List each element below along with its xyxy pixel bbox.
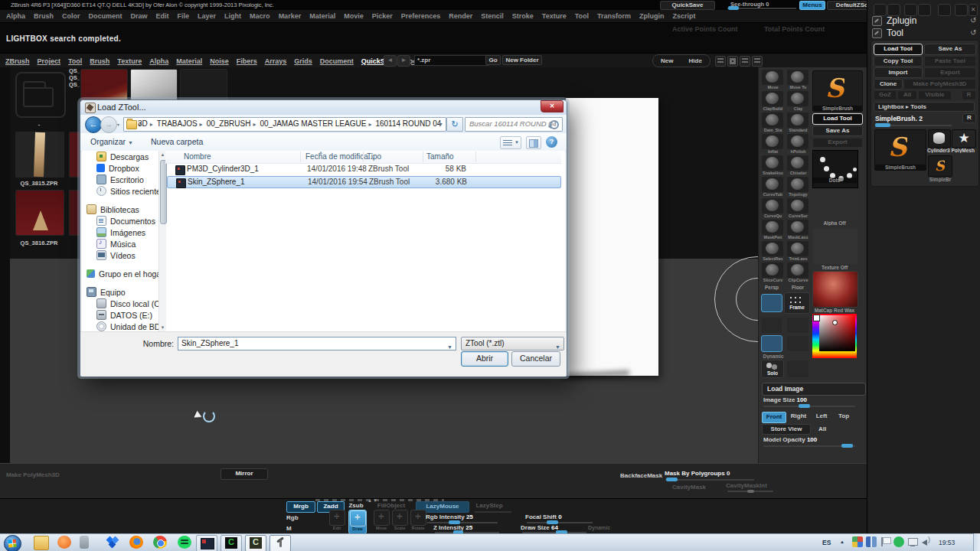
lightbox-tab[interactable]: ZBrush [5, 57, 30, 65]
mode-button[interactable]: ✛ Move [373, 510, 390, 533]
brush-slot[interactable]: Move [760, 69, 786, 90]
menu-item[interactable]: Layer [198, 12, 216, 20]
tool-thumbnail-small[interactable]: S [928, 155, 952, 177]
lightbox-thumbnail-clipped[interactable] [69, 132, 80, 178]
column-date[interactable]: Fecha de modifica... [305, 152, 374, 161]
lazy-step-slider[interactable]: LazyStep [472, 501, 506, 511]
mask-by-polygroups-handle[interactable] [666, 478, 678, 481]
menu-item[interactable]: Zscript [673, 12, 696, 20]
transp-toggle[interactable] [761, 294, 782, 312]
tool-refresh-icon[interactable]: ↺ [970, 28, 976, 37]
filetype-select[interactable]: ZTool (*.ztl) ▼ [461, 337, 564, 350]
frame-button[interactable]: Frame [784, 292, 810, 314]
goz-button[interactable]: GoZ [874, 90, 897, 100]
filename-input[interactable]: Skin_ZSphere_1 ▼ [178, 337, 456, 350]
brush-slot[interactable]: ClayBuild [760, 90, 786, 112]
thumb-list-icon[interactable] [740, 56, 750, 67]
device-icon[interactable] [80, 536, 89, 549]
address-dropdown-icon[interactable]: ▼ [438, 122, 443, 127]
cylinder3d-thumbnail[interactable] [928, 129, 951, 148]
spotify-icon[interactable] [178, 536, 191, 549]
media-player-icon[interactable] [57, 536, 71, 549]
breadcrumb-segment[interactable]: 00_JAMAG MASTER LEAGUE [260, 119, 374, 128]
preview-pane-button[interactable] [526, 136, 541, 149]
brush-slot[interactable]: Inflat [760, 133, 786, 155]
menu-item[interactable]: Texture [542, 12, 567, 20]
menu-item[interactable]: Macro [250, 12, 270, 20]
history-caret-icon[interactable]: ▾ [117, 122, 119, 127]
back-button[interactable]: ← [85, 116, 102, 133]
sidebar-item[interactable]: Imágenes [83, 227, 158, 238]
shelf-export-button[interactable]: Export [812, 138, 863, 148]
brush-slot[interactable]: Standard [786, 112, 811, 133]
menu-item[interactable]: Brush [34, 12, 54, 20]
chrome-icon[interactable] [153, 536, 167, 549]
sidebar-item[interactable]: Dropbox [83, 162, 158, 174]
menu-item[interactable]: Marker [279, 12, 302, 20]
rgb-toggle[interactable]: Rgb [286, 514, 299, 521]
menu-item[interactable]: Document [89, 12, 122, 20]
menu-item[interactable]: Stencil [481, 12, 504, 20]
sidebar-item[interactable]: Escritorio [83, 174, 158, 185]
filename-dropdown-icon[interactable]: ▼ [447, 341, 452, 354]
tool-palette-header[interactable]: Tool [872, 28, 903, 38]
menu-item[interactable]: Tool [575, 12, 589, 20]
mode-button[interactable]: ✛ Rotate [410, 510, 426, 533]
pinned-app-icon[interactable] [196, 535, 217, 551]
breadcrumb-segment[interactable]: 00_ZBRUSH [207, 119, 259, 128]
lightbox-tab[interactable]: Fibers [237, 57, 257, 65]
save-as-button[interactable]: Save As [924, 44, 976, 55]
cancel-button[interactable]: Cancelar [511, 351, 560, 367]
tray-icon-6[interactable] [955, 4, 968, 16]
hide-button[interactable]: Hide [689, 57, 702, 64]
lightbox-back-icon[interactable]: ◄ [384, 55, 397, 67]
sidebar-item[interactable]: Grupo en el hogar [83, 268, 158, 279]
dialog-close-button[interactable]: ✕ [541, 100, 564, 112]
new-folder-command[interactable]: Nueva carpeta [151, 137, 203, 146]
sidebar-item[interactable]: Vídeos [83, 249, 158, 261]
menu-item[interactable]: Material [309, 12, 335, 20]
network-icon[interactable] [907, 536, 918, 547]
zbrush-taskbar-icon[interactable] [270, 535, 291, 551]
lightbox-filter-input[interactable]: *.zpr [414, 55, 489, 66]
views-button[interactable]: ▼ [500, 136, 521, 149]
sidebar-item[interactable]: Sitios recientes [83, 185, 158, 197]
paste-tool-button[interactable]: Paste Tool [924, 56, 976, 67]
clone-button[interactable]: Clone [874, 79, 903, 90]
view-button[interactable]: Front [762, 412, 786, 423]
goz-r-button[interactable]: R [962, 90, 976, 100]
lightbox-thumbnail-clipped[interactable] [69, 190, 80, 236]
quicksave-button[interactable]: QuickSave [660, 1, 715, 10]
sidebar-item[interactable]: DATOS (E:) [83, 309, 158, 321]
sidebar-item[interactable]: Música [83, 238, 158, 249]
file-row[interactable]: PM3D_Cylinder3D_1 14/01/2016 19:48 ZBrus… [167, 164, 560, 175]
menu-item[interactable]: Movie [344, 12, 364, 20]
material-thumbnail[interactable] [812, 271, 858, 308]
current-tool-thumbnail[interactable]: S SimpleBrush [812, 70, 863, 112]
zplugin-refresh-icon[interactable]: ↺ [970, 16, 976, 24]
shelf-load-tool-button[interactable]: Load Tool [812, 113, 863, 125]
lightbox-tab[interactable]: Noise [210, 57, 229, 65]
lightbox-up-folder[interactable] [15, 72, 66, 118]
new-folder-button[interactable]: New Folder [502, 55, 542, 65]
open-button[interactable]: Abrir [461, 351, 508, 367]
persp-button[interactable]: Persp [760, 285, 783, 290]
model-opacity-handle[interactable] [841, 444, 853, 448]
shelf-toggle[interactable] [786, 317, 809, 334]
lightbox-tab[interactable]: Document [320, 57, 354, 65]
column-type[interactable]: Tipo [367, 152, 381, 161]
brush-slot[interactable]: MaskPen [760, 219, 786, 240]
new-button[interactable]: New [661, 57, 673, 64]
sidebar-item[interactable]: Disco local (C:) [83, 298, 158, 309]
menu-item[interactable]: Transform [597, 12, 631, 20]
tray-icon-2[interactable] [887, 4, 900, 16]
firefox-icon[interactable] [129, 536, 143, 549]
menu-item[interactable]: Edit [156, 12, 169, 20]
menu-item[interactable]: Preferences [401, 12, 441, 20]
file-row[interactable]: Skin_ZSphere_1 14/01/2016 19:54 ZBrush T… [167, 176, 561, 188]
action-center-flag-icon[interactable] [880, 536, 890, 547]
thumb-size-medium-icon[interactable] [727, 56, 738, 67]
volume-icon[interactable]: ) [921, 536, 932, 547]
texture-thumbnail[interactable] [812, 228, 858, 265]
brush-slot[interactable]: CurveSur [786, 197, 811, 219]
